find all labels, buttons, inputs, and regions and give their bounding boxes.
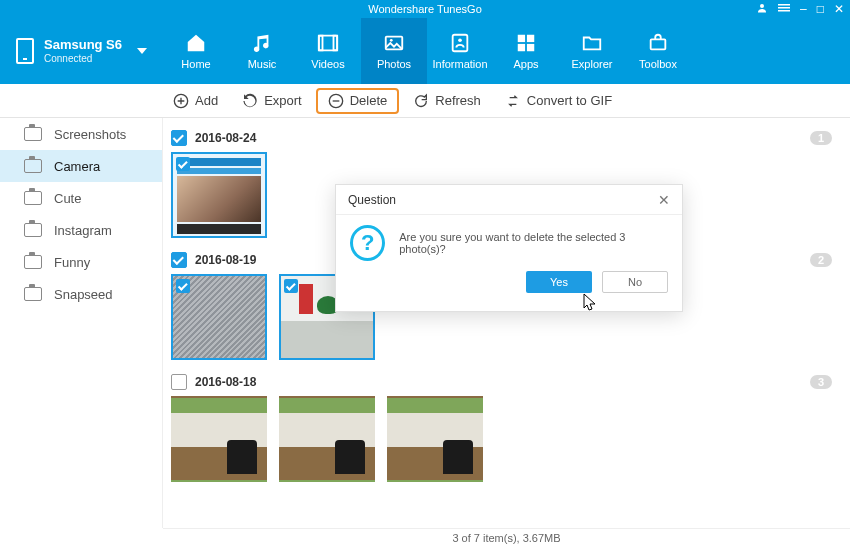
tab-photos[interactable]: Photos (361, 18, 427, 84)
user-icon[interactable] (756, 2, 768, 17)
tab-label: Home (181, 58, 210, 70)
svg-rect-14 (527, 44, 534, 51)
group-count-badge: 1 (810, 131, 832, 145)
sidebar-item-label: Snapseed (54, 287, 113, 302)
tab-home[interactable]: Home (163, 18, 229, 84)
svg-rect-13 (518, 44, 525, 51)
app-title: Wondershare TunesGo (368, 3, 482, 15)
plus-icon (173, 93, 189, 109)
status-bar: 3 of 7 item(s), 3.67MB (163, 528, 850, 546)
device-status: Connected (44, 53, 122, 64)
convert-gif-button[interactable]: Convert to GIF (495, 89, 622, 113)
svg-rect-6 (334, 36, 338, 51)
chevron-down-icon (137, 48, 147, 54)
photo-thumbnail[interactable] (171, 274, 267, 360)
group-count-badge: 3 (810, 375, 832, 389)
tab-music[interactable]: Music (229, 18, 295, 84)
svg-point-10 (458, 38, 462, 42)
tab-label: Apps (513, 58, 538, 70)
delete-label: Delete (350, 93, 388, 108)
confirm-dialog: Question ✕ ? Are you sure you want to de… (335, 184, 683, 312)
sidebar-item-instagram[interactable]: Instagram (0, 214, 162, 246)
thumb-checkbox[interactable] (284, 279, 298, 293)
dialog-title: Question (348, 193, 396, 207)
sidebar-item-label: Camera (54, 159, 100, 174)
question-icon: ? (350, 225, 385, 261)
group-checkbox[interactable] (171, 252, 187, 268)
nav-tabs: HomeMusicVideosPhotosInformationAppsExpl… (163, 18, 691, 84)
export-icon (242, 93, 258, 109)
photo-thumbnail[interactable] (387, 396, 483, 482)
status-text: 3 of 7 item(s), 3.67MB (452, 532, 560, 544)
thumb-checkbox[interactable] (176, 279, 190, 293)
group-checkbox[interactable] (171, 130, 187, 146)
menu-icon[interactable] (778, 2, 790, 17)
dialog-close-icon[interactable]: ✕ (658, 192, 670, 208)
convert-icon (505, 93, 521, 109)
close-button[interactable]: ✕ (834, 2, 844, 16)
main-area: ScreenshotsCameraCuteInstagramFunnySnaps… (0, 118, 850, 528)
sidebar-item-screenshots[interactable]: Screenshots (0, 118, 162, 150)
tab-label: Videos (311, 58, 344, 70)
photo-thumbnail[interactable] (171, 396, 267, 482)
delete-button[interactable]: Delete (316, 88, 400, 114)
group-count-badge: 2 (810, 253, 832, 267)
album-icon (24, 159, 42, 173)
tab-label: Explorer (572, 58, 613, 70)
tab-information[interactable]: Information (427, 18, 493, 84)
album-icon (24, 191, 42, 205)
sidebar: ScreenshotsCameraCuteInstagramFunnySnaps… (0, 118, 163, 528)
tab-label: Music (248, 58, 277, 70)
tab-videos[interactable]: Videos (295, 18, 361, 84)
sidebar-item-cute[interactable]: Cute (0, 182, 162, 214)
sidebar-item-label: Funny (54, 255, 90, 270)
album-icon (24, 223, 42, 237)
thumb-row (171, 396, 832, 482)
svg-rect-1 (778, 4, 790, 6)
top-nav: Samsung S6 Connected HomeMusicVideosPhot… (0, 18, 850, 84)
dialog-yes-button[interactable]: Yes (526, 271, 592, 293)
export-button[interactable]: Export (232, 89, 312, 113)
group-header: 2016-08-183 (171, 368, 832, 396)
tab-toolbox[interactable]: Toolbox (625, 18, 691, 84)
thumb-checkbox[interactable] (176, 157, 190, 171)
svg-rect-12 (527, 35, 534, 42)
tab-apps[interactable]: Apps (493, 18, 559, 84)
toolbar: Add Export Delete Refresh Convert to GIF (0, 84, 850, 118)
tab-label: Toolbox (639, 58, 677, 70)
titlebar: Wondershare TunesGo – □ ✕ (0, 0, 850, 18)
refresh-label: Refresh (435, 93, 481, 108)
svg-rect-15 (651, 39, 666, 49)
group-header: 2016-08-241 (171, 124, 832, 152)
add-label: Add (195, 93, 218, 108)
sidebar-item-label: Instagram (54, 223, 112, 238)
convert-gif-label: Convert to GIF (527, 93, 612, 108)
window-controls: – □ ✕ (756, 0, 844, 18)
add-button[interactable]: Add (163, 89, 228, 113)
group-date: 2016-08-19 (195, 253, 256, 267)
minimize-button[interactable]: – (800, 2, 807, 16)
group-checkbox[interactable] (171, 374, 187, 390)
album-icon (24, 255, 42, 269)
svg-rect-3 (778, 10, 790, 12)
refresh-button[interactable]: Refresh (403, 89, 491, 113)
tab-explorer[interactable]: Explorer (559, 18, 625, 84)
dialog-titlebar: Question ✕ (336, 185, 682, 215)
photo-thumbnail[interactable] (171, 152, 267, 238)
sidebar-item-funny[interactable]: Funny (0, 246, 162, 278)
phone-icon (16, 38, 34, 64)
tab-label: Photos (377, 58, 411, 70)
album-icon (24, 287, 42, 301)
photo-thumbnail[interactable] (279, 396, 375, 482)
sidebar-item-snapseed[interactable]: Snapseed (0, 278, 162, 310)
group-date: 2016-08-24 (195, 131, 256, 145)
tab-label: Information (432, 58, 487, 70)
sidebar-item-label: Screenshots (54, 127, 126, 142)
dialog-message: Are you sure you want to delete the sele… (399, 231, 668, 255)
photo-group: 2016-08-183 (171, 368, 832, 482)
device-selector[interactable]: Samsung S6 Connected (0, 18, 163, 84)
maximize-button[interactable]: □ (817, 2, 824, 16)
dialog-no-button[interactable]: No (602, 271, 668, 293)
photo-content[interactable]: 2016-08-2412016-08-1922016-08-183 (163, 118, 850, 528)
sidebar-item-camera[interactable]: Camera (0, 150, 162, 182)
